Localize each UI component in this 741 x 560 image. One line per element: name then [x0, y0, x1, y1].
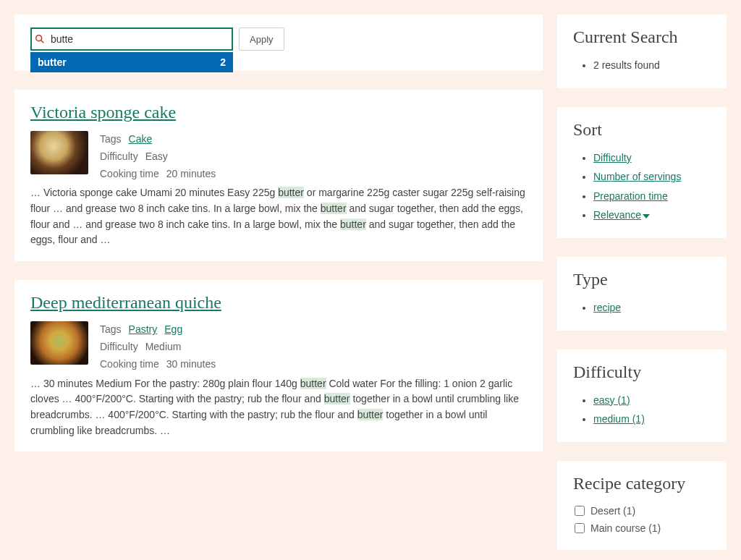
category-panel: Recipe category Desert (1) Main course (… [557, 461, 727, 550]
search-panel: Apply butter 2 [14, 14, 543, 71]
result-thumbnail [30, 131, 88, 174]
svg-point-0 [36, 35, 42, 41]
type-panel: Type recipe [557, 257, 727, 331]
highlight: butter [321, 203, 347, 214]
search-result: Deep mediterranean quiche Tags Pastry Eg… [14, 280, 543, 451]
type-option-recipe[interactable]: recipe [593, 302, 621, 313]
result-title-link[interactable]: Victoria sponge cake [30, 103, 176, 122]
autocomplete-suggestion[interactable]: butter 2 [30, 52, 233, 72]
difficulty-label: Difficulty [100, 148, 138, 166]
result-snippet: … Victoria sponge cake Umami 20 minutes … [30, 185, 527, 248]
difficulty-option-easy[interactable]: easy (1) [593, 394, 630, 406]
cooking-time-value: 30 minutes [166, 356, 216, 373]
search-icon [35, 34, 45, 44]
highlight: butter [340, 219, 366, 230]
svg-line-1 [41, 41, 44, 43]
sort-heading: Sort [573, 120, 711, 140]
category-checkbox-main[interactable] [575, 523, 585, 533]
tags-label: Tags [100, 321, 122, 339]
difficulty-panel: Difficulty easy (1) medium (1) [557, 349, 727, 442]
type-heading: Type [573, 270, 711, 289]
cooking-time-value: 20 minutes [166, 166, 216, 183]
result-snippet: … 30 minutes Medium For the pastry: 280g… [30, 376, 527, 439]
current-search-heading: Current Search [573, 27, 711, 47]
highlight: butter [278, 187, 304, 198]
highlight: butter [324, 393, 350, 404]
current-search-panel: Current Search 2 results found [557, 14, 727, 88]
apply-button[interactable]: Apply [239, 27, 284, 51]
difficulty-option-medium[interactable]: medium (1) [593, 413, 645, 425]
result-title-link[interactable]: Deep mediterranean quiche [30, 293, 221, 313]
difficulty-value: Medium [145, 339, 182, 356]
search-result: Victoria sponge cake Tags Cake Difficult… [14, 90, 543, 261]
chevron-down-icon [643, 214, 650, 219]
category-label-desert[interactable]: Desert (1) [590, 505, 635, 517]
category-label-main[interactable]: Main course (1) [590, 522, 661, 534]
sort-option-servings[interactable]: Number of servings [593, 171, 681, 182]
tag-link[interactable]: Egg [164, 321, 182, 339]
sort-option-preptime[interactable]: Preparation time [593, 190, 668, 202]
sort-option-difficulty[interactable]: Difficulty [593, 152, 632, 164]
result-thumbnail [30, 321, 88, 365]
category-checkbox-desert[interactable] [575, 506, 585, 516]
tag-link[interactable]: Pastry [129, 321, 158, 339]
tag-link[interactable]: Cake [129, 131, 153, 148]
autocomplete-text: butter [38, 56, 67, 68]
autocomplete-count: 2 [220, 56, 226, 68]
highlight: butter [357, 409, 384, 420]
cooking-time-label: Cooking time [100, 166, 159, 183]
difficulty-label: Difficulty [100, 339, 138, 356]
tags-label: Tags [100, 131, 122, 148]
difficulty-heading: Difficulty [573, 362, 711, 382]
sort-panel: Sort Difficulty Number of servings Prepa… [557, 107, 727, 238]
highlight: butter [300, 378, 326, 389]
results-count: 2 results found [593, 56, 711, 75]
category-heading: Recipe category [573, 474, 711, 493]
cooking-time-label: Cooking time [100, 356, 159, 373]
difficulty-value: Easy [145, 148, 168, 166]
sort-option-relevance[interactable]: Relevance [593, 209, 650, 221]
search-input[interactable] [30, 27, 233, 51]
